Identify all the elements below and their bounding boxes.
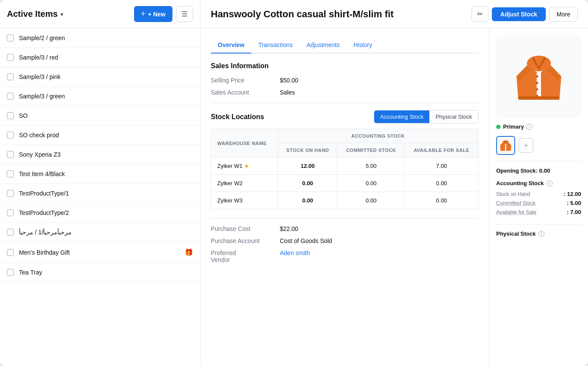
- list-item[interactable]: Sample/3 / green: [0, 87, 200, 106]
- edit-button[interactable]: ✏: [472, 6, 488, 22]
- tabs: Overview Transactions Adjustments Histor…: [211, 37, 479, 54]
- sidebar-list: Sample/2 / green Sample/3 / red Sample/3…: [0, 28, 200, 366]
- list-item-checkbox[interactable]: [7, 269, 14, 276]
- list-item-checkbox[interactable]: [7, 151, 14, 158]
- physical-stock-toggle[interactable]: Physical Stock: [429, 110, 478, 123]
- thumbnails: +: [496, 136, 581, 155]
- list-item[interactable]: Sample/3 / red: [0, 48, 200, 67]
- separator-1: [211, 103, 479, 103]
- soh-cell: 12.00: [278, 158, 338, 175]
- list-item-checkbox[interactable]: [7, 112, 14, 119]
- physical-stock-info-icon[interactable]: i: [538, 231, 544, 237]
- list-item-checkbox[interactable]: [7, 249, 14, 256]
- accounting-stock-title: Accounting Stock i: [496, 180, 581, 186]
- list-item-label: مرحبأمرحبأ/1 / مرحبأ: [19, 229, 193, 236]
- main-body: Overview Transactions Adjustments Histor…: [200, 28, 489, 366]
- tab-overview[interactable]: Overview: [211, 37, 251, 54]
- list-item[interactable]: مرحبأمرحبأ/1 / مرحبأ: [0, 223, 200, 242]
- sales-account-label: Sales Account: [211, 89, 280, 96]
- list-item[interactable]: SO: [0, 106, 200, 126]
- list-item[interactable]: Sample/3 / pink: [0, 67, 200, 87]
- tab-adjustments[interactable]: Adjustments: [300, 37, 347, 54]
- committed-stock-value: : 5.00: [567, 200, 581, 206]
- sidebar-title: Active Items: [7, 9, 58, 19]
- list-item[interactable]: TestProductType/1: [0, 184, 200, 203]
- accounting-stock-toggle[interactable]: Accounting Stock: [374, 110, 429, 123]
- sales-account-value: Sales: [280, 89, 295, 96]
- list-item-checkbox[interactable]: [7, 229, 14, 236]
- table-row: Zylker W3 0.00 0.00 0.00: [211, 192, 479, 209]
- list-item[interactable]: Sony Xperia Z3: [0, 145, 200, 164]
- list-item[interactable]: Test Item 4/Black: [0, 164, 200, 184]
- product-image-wrap: [496, 35, 581, 117]
- sidebar-header-actions: + + New ☰: [134, 6, 193, 22]
- committed-cell: 5.00: [338, 158, 405, 175]
- purchase-account-label: Purchase Account: [211, 237, 280, 244]
- accounting-stock-info-icon[interactable]: i: [547, 180, 553, 186]
- selling-price-label: Selling Price: [211, 77, 280, 84]
- tab-history[interactable]: History: [347, 37, 379, 54]
- available-cell: 0.00: [405, 175, 479, 192]
- accounting-stock-section: Accounting Stock i Stock on Hand : 12.00…: [496, 180, 581, 218]
- list-item-checkbox[interactable]: [7, 209, 14, 216]
- list-item-label: Sample/3 / green: [19, 93, 193, 100]
- info-row-sales-account: Sales Account Sales: [211, 89, 479, 96]
- table-row: Zylker W1 ★ 12.00 5.00 7.00: [211, 158, 479, 175]
- thumb-image: [499, 137, 512, 154]
- list-item-checkbox[interactable]: [7, 73, 14, 80]
- info-row-purchase-account: Purchase Account Cost of Goods Sold: [211, 237, 479, 244]
- stock-on-hand-label: Stock on Hand: [496, 191, 530, 197]
- opening-stock: Opening Stock: 0.00: [496, 161, 581, 174]
- th-available: AVAILABLE FOR SALE: [405, 143, 479, 158]
- purchase-account-value: Cost of Goods Sold: [280, 237, 332, 244]
- list-item-checkbox[interactable]: [7, 170, 14, 177]
- list-item-checkbox[interactable]: [7, 190, 14, 197]
- preferred-vendor-value[interactable]: Aden smith: [280, 249, 310, 256]
- menu-button[interactable]: ☰: [176, 6, 193, 22]
- list-item[interactable]: Sample/2 / green: [0, 28, 200, 48]
- tab-transactions[interactable]: Transactions: [251, 37, 300, 54]
- adjust-stock-button[interactable]: Adjust Stock: [492, 7, 546, 21]
- svg-point-2: [536, 76, 538, 78]
- list-item-checkbox[interactable]: [7, 54, 14, 61]
- more-button[interactable]: More: [549, 7, 578, 22]
- list-item-checkbox[interactable]: [7, 35, 14, 41]
- chevron-down-icon: ▾: [60, 11, 63, 18]
- svg-rect-6: [518, 96, 560, 100]
- main-content: Overview Transactions Adjustments Histor…: [200, 28, 588, 366]
- info-row-preferred-vendor: PreferredVendor Aden smith: [211, 249, 479, 263]
- sidebar-title-wrap: Active Items ▾: [7, 9, 63, 19]
- new-button-label: + New: [148, 11, 166, 18]
- list-item-checkbox[interactable]: [7, 132, 14, 139]
- sidebar: Active Items ▾ + + New ☰ Sample/2 / gree…: [0, 0, 200, 366]
- soh-cell: 0.00: [278, 175, 338, 192]
- committed-cell: 0.00: [338, 192, 405, 209]
- stock-detail-committed: Committed Stock : 5.00: [496, 200, 581, 206]
- primary-info-icon[interactable]: i: [526, 124, 532, 130]
- product-thumbnail[interactable]: [496, 136, 515, 155]
- right-panel: Primary i +: [489, 28, 588, 366]
- stock-detail-soh: Stock on Hand : 12.00: [496, 191, 581, 197]
- list-item[interactable]: Men's Birthday Gift 🎁: [0, 242, 200, 263]
- physical-stock-label: Physical Stock: [496, 230, 536, 237]
- list-item[interactable]: TestProductType/2: [0, 203, 200, 223]
- list-item-label: TestProductType/1: [19, 190, 193, 197]
- list-item-checkbox[interactable]: [7, 93, 14, 100]
- info-row-purchase-cost: Purchase Cost $22.00: [211, 225, 479, 232]
- list-item-label: Sony Xperia Z3: [19, 151, 193, 158]
- committed-cell: 0.00: [338, 175, 405, 192]
- primary-badge: Primary i: [496, 123, 581, 130]
- list-item-label: Sample/3 / red: [19, 54, 193, 61]
- stock-toggle: Accounting Stock Physical Stock: [374, 110, 479, 123]
- list-item[interactable]: Tea Tray: [0, 263, 200, 282]
- warehouse-cell: Zylker W2: [211, 175, 278, 192]
- stock-table: WAREHOUSE NAME ACCOUNTING STOCK STOCK ON…: [211, 129, 479, 209]
- sales-info-title: Sales Information: [211, 62, 479, 70]
- table-row: Zylker W2 0.00 0.00 0.00: [211, 175, 479, 192]
- th-accounting-group: ACCOUNTING STOCK: [278, 129, 479, 143]
- new-button[interactable]: + + New: [134, 6, 172, 22]
- add-image-button[interactable]: +: [519, 138, 533, 153]
- primary-label: Primary: [503, 123, 524, 130]
- main-panel: Hanswooly Cotton casual shirt-M/slim fit…: [200, 0, 588, 366]
- list-item[interactable]: SO check prod: [0, 126, 200, 145]
